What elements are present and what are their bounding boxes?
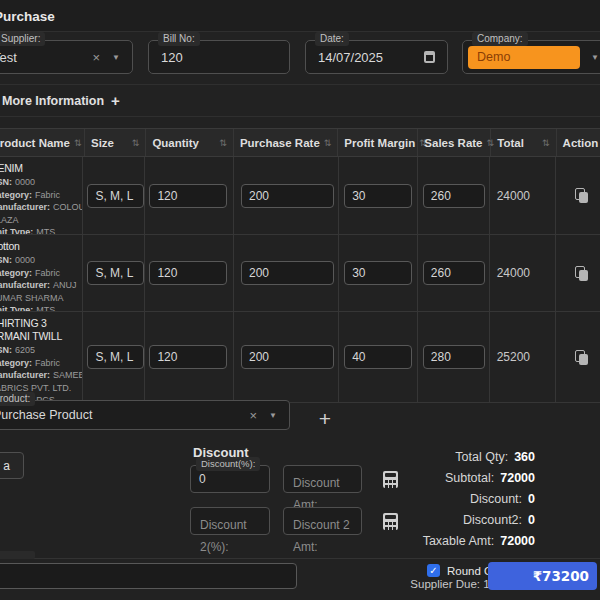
discount-amount-field[interactable]: DiscountAmt: <box>283 465 362 493</box>
sort-icon: ⇅ <box>324 138 332 148</box>
company-label: Company: <box>472 32 528 46</box>
sort-icon: ⇅ <box>74 138 82 148</box>
clear-icon[interactable]: × <box>249 409 257 422</box>
plus-icon: + <box>111 92 120 109</box>
sort-icon: ⇅ <box>219 138 227 148</box>
date-value: 14/07/2025 <box>318 50 383 65</box>
date-label: Date: <box>315 32 349 46</box>
divider <box>0 558 600 559</box>
more-information-label: More Information <box>2 94 104 108</box>
discount2-amount-placeholder: Discount 2Amt: <box>293 514 350 558</box>
size-input[interactable] <box>87 184 144 208</box>
purchase-rate-input[interactable] <box>241 184 334 208</box>
column-header-size[interactable]: Size⇅ <box>85 129 146 156</box>
category-value: Fabric <box>35 358 60 368</box>
hsn-value: 0000 <box>15 255 35 265</box>
row-total: 24000 <box>490 266 530 280</box>
table-row: DENIM HSN:0000 Category:Fabric Manufactu… <box>0 157 600 235</box>
profit-margin-input[interactable] <box>344 345 412 369</box>
column-header-purchase-rate[interactable]: Purchase Rate⇅ <box>234 129 338 156</box>
company-select[interactable]: Company: Demo ▼ <box>462 40 600 74</box>
more-information-toggle[interactable]: More Information + <box>2 92 120 109</box>
discount2-percent-field[interactable]: Discount2(%): <box>190 507 270 535</box>
quantity-input[interactable] <box>149 261 227 285</box>
product-name: DENIM <box>0 162 83 175</box>
copy-row-icon[interactable] <box>575 188 588 203</box>
table-header-row: Product Name⇅ Size⇅ Quantity⇅ Purchase R… <box>0 128 600 157</box>
row-total: 24000 <box>490 189 530 203</box>
copy-row-icon[interactable] <box>575 266 588 281</box>
truncated-button[interactable]: a <box>0 452 24 479</box>
product-select-label: Product: <box>0 392 35 406</box>
column-header-total[interactable]: Total⇅ <box>491 129 556 156</box>
unit-type-value: MTS <box>36 305 55 311</box>
product-name: Cotton <box>0 240 83 253</box>
supplier-value: Test <box>0 50 17 65</box>
note-label-chip <box>0 551 35 559</box>
purchase-rate-input[interactable] <box>241 261 334 285</box>
date-field[interactable]: Date: 14/07/2025 <box>305 40 448 74</box>
quantity-input[interactable] <box>149 345 227 369</box>
sales-rate-input[interactable] <box>423 184 485 208</box>
sort-icon: ⇅ <box>132 138 140 148</box>
profit-margin-input[interactable] <box>344 261 412 285</box>
copy-row-icon[interactable] <box>575 350 588 365</box>
checkbox-checked-icon[interactable]: ✓ <box>427 564 440 577</box>
subtotal-line: Subtotal:72000 <box>423 468 535 489</box>
sales-rate-input[interactable] <box>423 345 485 369</box>
company-value-pill: Demo <box>468 46 580 69</box>
grand-total-button[interactable]: ₹73200 <box>488 562 597 590</box>
product-info-cell: DENIM HSN:0000 Category:Fabric Manufactu… <box>0 157 83 234</box>
hsn-value: 6205 <box>15 345 35 355</box>
profit-margin-input[interactable] <box>344 184 412 208</box>
purchase-page: Purchase Supplier: Test × ▼ Bill No: 120… <box>0 0 600 600</box>
purchase-rate-input[interactable] <box>241 345 334 369</box>
purchase-items-table: Product Name⇅ Size⇅ Quantity⇅ Purchase R… <box>0 128 600 403</box>
top-bar <box>0 0 600 31</box>
sales-rate-input[interactable] <box>423 261 485 285</box>
divider <box>0 84 600 85</box>
bill-no-field[interactable]: Bill No: 120 <box>148 40 290 74</box>
clear-icon[interactable]: × <box>92 51 100 64</box>
column-header-product-name[interactable]: Product Name⇅ <box>0 129 85 156</box>
discount-percent-field[interactable]: Discount(%): 0 <box>190 465 270 493</box>
quantity-input[interactable] <box>149 184 227 208</box>
total-qty-line: Total Qty:360 <box>423 447 535 468</box>
discount-percent-value: 0 <box>191 472 206 486</box>
bill-no-label: Bill No: <box>158 32 200 46</box>
bill-no-value: 120 <box>161 50 183 65</box>
discount-line: Discount:0 <box>423 489 535 510</box>
sort-icon: ⇅ <box>542 138 550 148</box>
size-input[interactable] <box>87 345 144 369</box>
product-select-value: Purchase Product <box>0 408 92 422</box>
discount2-line: Discount2:0 <box>423 510 535 531</box>
table-row: SHIRTING 3 ARMANI TWILL HSN:6205 Categor… <box>0 312 600 403</box>
column-header-quantity[interactable]: Quantity⇅ <box>146 129 234 156</box>
product-select[interactable]: Product: Purchase Product × ▼ <box>0 400 290 430</box>
calculator-icon[interactable] <box>383 513 398 530</box>
calculator-icon[interactable] <box>383 471 398 488</box>
unit-type-value: MTS <box>36 227 55 234</box>
divider <box>0 116 600 117</box>
page-title: Purchase <box>0 9 55 24</box>
column-header-sales-rate[interactable]: Sales Rate⇅ <box>418 129 491 156</box>
category-value: Fabric <box>35 268 60 278</box>
discount2-amount-field[interactable]: Discount 2Amt: <box>283 507 362 535</box>
calendar-icon[interactable] <box>424 51 435 63</box>
totals-summary: Total Qty:360 Subtotal:72000 Discount:0 … <box>423 447 535 552</box>
row-total: 25200 <box>490 350 530 364</box>
supplier-select[interactable]: Supplier: Test × ▼ <box>0 40 133 74</box>
note-input[interactable] <box>0 563 297 589</box>
chevron-down-icon[interactable]: ▼ <box>591 53 599 62</box>
size-input[interactable] <box>87 261 144 285</box>
chevron-down-icon[interactable]: ▼ <box>112 53 120 62</box>
column-header-profit-margin[interactable]: Profit Margin⇅ <box>338 129 418 156</box>
product-info-cell: SHIRTING 3 ARMANI TWILL HSN:6205 Categor… <box>0 312 83 402</box>
product-info-cell: Cotton HSN:0000 Category:Fabric Manufact… <box>0 235 83 311</box>
chevron-down-icon[interactable]: ▼ <box>269 411 277 420</box>
add-product-button[interactable]: + <box>312 406 338 432</box>
table-row: Cotton HSN:0000 Category:Fabric Manufact… <box>0 235 600 312</box>
column-header-action: Action <box>557 129 600 156</box>
hsn-value: 0000 <box>15 177 35 187</box>
discount2-percent-placeholder: Discount2(%): <box>200 514 247 558</box>
